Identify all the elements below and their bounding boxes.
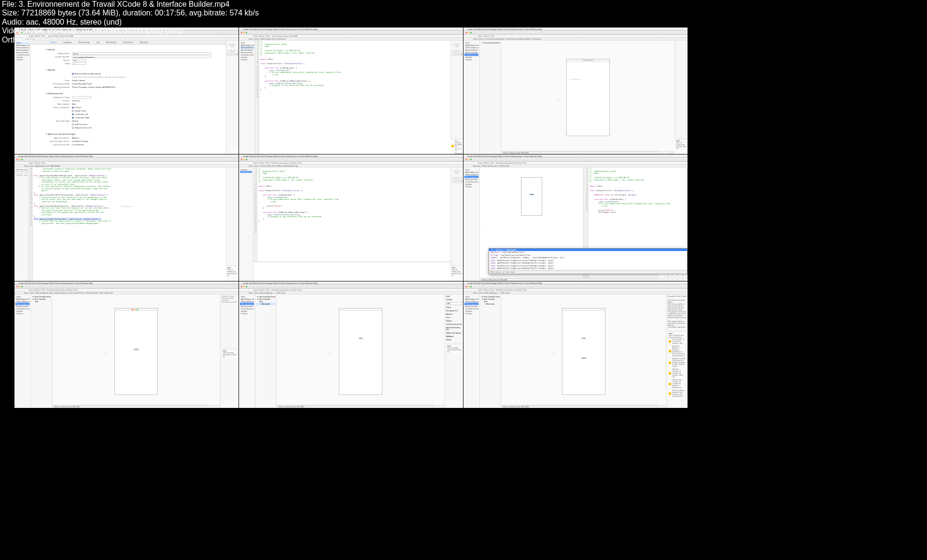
inspector-panel[interactable]: No Quick Help Search Documentation No Ma… (450, 41, 463, 154)
thumb-8: Xcode File Edit View Find Navigate Edito… (239, 281, 463, 408)
ib-canvas[interactable]: Label → View as: iPhone 6s (wC hR) 100% (52, 294, 220, 408)
thumb-2: Xcode File Edit View Find Navigate Edito… (239, 28, 463, 154)
ib-canvas[interactable]: hello → View as: iPhone 6s (wC hR) 100% (277, 294, 445, 408)
thumb-3: Xcode File Edit View Find Navigate Edito… (464, 28, 688, 154)
file-metadata: File: 3. Environnement de Travail XCode … (2, 0, 259, 44)
code-editor[interactable]: 1234567891011121314151617181920212223242… (253, 168, 450, 281)
document-outline[interactable]: ▼ View Controller Scene ▼ View Controlle… (31, 294, 52, 408)
inspector-and-library[interactable]: Description: UIView / UILabel ... Sent a… (666, 294, 688, 408)
autocomplete-popup[interactable]: M UIColor! textColor UIColor?highlighted… (489, 248, 688, 275)
thumb-1: Xcode File Edit View Find Navigate Edito… (14, 28, 239, 154)
document-outline[interactable]: ▼ View Controller Scene (480, 41, 501, 154)
project-navigator[interactable]: demo AppDelegate.swift ViewController.sw… (239, 41, 255, 154)
attributes-inspector[interactable]: Horizontal / Vertical —Referencing Outle… (220, 294, 239, 408)
thumb-6: Xcode File Edit View Find Navigate Edito… (464, 154, 688, 281)
code-editor[interactable]: 2021222324252627282930313233343536373839… (29, 168, 226, 281)
timestamp: 00:01:50 (210, 145, 238, 154)
thumbnail-grid: Xcode File Edit View Find Navigate Edito… (14, 28, 686, 408)
thumb-9: Xcode File Edit View Find Navigate Edito… (464, 281, 688, 408)
canvas-status-bar[interactable]: View as: iPhone 6s (wC hR) 100%+ − (501, 151, 675, 154)
project-navigator[interactable]: demo AppDelegate.swift ViewController.sw… (14, 41, 31, 154)
inspector-panel[interactable]: No Quick Help Search Documentation (226, 41, 239, 154)
attributes-inspector[interactable]: Label Text Plain hello Color ■ Font Syst… (445, 294, 463, 408)
find-navigator[interactable]: Find › Text › Containing In Project Igno… (14, 168, 29, 281)
ib-canvas[interactable]: hello Label → View as: iPhone 6s (wC hR)… (501, 294, 666, 408)
thumb-4: Xcode File Edit View Find Navigate Edito… (14, 154, 239, 281)
inspector-panel[interactable]: No Selection Label Label - A variably si… (675, 41, 688, 154)
debug-console[interactable] (253, 262, 450, 281)
settings-editor[interactable]: General CapabilitiesResource Tags InfoBu… (31, 41, 226, 154)
assistant-editor[interactable]: Label → 1234567891011121314151617181920 … (480, 168, 688, 281)
initial-vc-arrow-icon: → (555, 98, 559, 102)
thumb-7: Xcode File Edit View Find Navigate Edito… (14, 281, 239, 408)
project-navigator[interactable]: demo AppDelegate.swift ViewController.sw… (464, 41, 480, 154)
thumb-5: Xcode File Edit View Find Navigate Edito… (239, 154, 463, 281)
code-editor[interactable]: 1234567891011121314151617181920212223242… (255, 41, 450, 154)
debug-navigator[interactable]: No Filter ▾ No Debug Session (239, 168, 253, 281)
label-on-canvas[interactable]: Label (133, 349, 140, 350)
ib-canvas[interactable]: View Controller → View as: iPhone 6s (wC… (501, 41, 675, 154)
